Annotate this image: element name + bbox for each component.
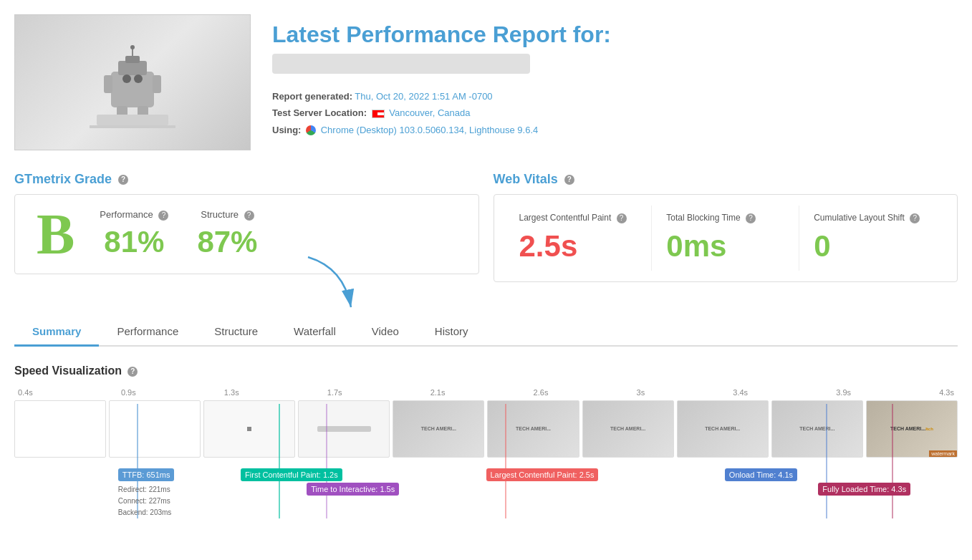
structure-label: Structure ? (197, 209, 257, 221)
flag-icon (372, 110, 385, 118)
gtmetrix-grade-title: GTmetrix Grade ? (14, 172, 479, 187)
generated-value: Thu, Oct 20, 2022 1:51 AM -0700 (355, 91, 492, 102)
ttfb-marker: TTFB: 651ms (118, 468, 175, 481)
performance-question[interactable]: ? (158, 211, 168, 221)
server-value: Vancouver, Canada (389, 107, 470, 118)
tab-structure[interactable]: Structure (196, 318, 276, 347)
vitals-box: Largest Contentful Paint ? 2.5s Total Bl… (494, 194, 958, 282)
svg-rect-6 (153, 75, 161, 93)
structure-metric: Structure ? 87% (197, 209, 257, 259)
onload-marker: Onload Time: 4.1s (725, 468, 797, 481)
speed-question[interactable]: ? (127, 367, 138, 377)
screenshot-frame-6: TECH AMERI... (487, 400, 579, 458)
gtmetrix-grade-card: GTmetrix Grade ? B Performance ? 81% (14, 172, 479, 282)
svg-point-3 (122, 74, 131, 83)
performance-label: Performance ? (100, 209, 168, 221)
svg-rect-11 (90, 125, 175, 128)
svg-rect-0 (111, 72, 154, 107)
tti-marker: Time to Interactive: 1.5s (307, 483, 399, 496)
markers-area: TTFB: 651ms Redirect: 221ms Connect: 227… (14, 468, 958, 522)
svg-rect-2 (125, 56, 140, 63)
report-meta: Report generated: Thu, Oct 20, 2022 1:51… (272, 88, 958, 138)
report-title: Latest Performance Report for: (272, 21, 958, 48)
screenshot-frame-8: TECH AMERI... (677, 400, 769, 458)
screenshot-frame-2 (109, 400, 201, 458)
web-vitals-question[interactable]: ? (564, 175, 574, 185)
fully-loaded-line (892, 404, 893, 518)
cls-label: Cumulative Layout Shift ? (814, 213, 932, 223)
arrow-svg (287, 254, 372, 318)
site-url-bar (272, 54, 530, 74)
screenshot-frame-3 (203, 400, 295, 458)
svg-point-10 (130, 45, 135, 49)
header-info: Latest Performance Report for: Report ge… (272, 14, 958, 138)
tab-history[interactable]: History (417, 318, 486, 347)
tab-video[interactable]: Video (354, 318, 417, 347)
chrome-icon (306, 125, 316, 135)
tabs-list: Summary Performance Structure Waterfall … (14, 318, 958, 345)
generated-label: Report generated: (272, 91, 352, 102)
screenshot-frame-10: TECH AMERI...Itch watermark (866, 400, 958, 458)
performance-value: 81% (100, 225, 168, 259)
cls-question[interactable]: ? (910, 213, 920, 223)
tbt-vital: Total Blocking Time ? 0ms (652, 206, 799, 271)
fcp-marker: First Contentful Paint: 1.2s (241, 468, 342, 481)
web-vitals-title: Web Vitals ? (494, 172, 958, 187)
grades-section: GTmetrix Grade ? B Performance ? 81% (14, 172, 958, 282)
structure-question[interactable]: ? (244, 211, 254, 221)
tabs-section: Summary Performance Structure Waterfall … (14, 318, 958, 347)
lcp-question[interactable]: ? (617, 213, 627, 223)
speed-section: Speed Visualization ? 0.4s 0.9s 1.3s 1.7… (14, 365, 958, 522)
speed-title: Speed Visualization ? (14, 365, 958, 377)
tbt-question[interactable]: ? (746, 213, 756, 223)
lcp-line (505, 404, 506, 518)
screenshots-row: TECH AMERI... TECH AMERI... TECH AMERI..… (14, 400, 958, 458)
onload-line (826, 404, 827, 518)
svg-point-4 (134, 74, 143, 83)
svg-rect-5 (104, 75, 112, 93)
svg-rect-12 (97, 115, 168, 125)
fcp-line (279, 404, 280, 518)
tab-summary[interactable]: Summary (14, 318, 99, 347)
using-label: Using: (272, 125, 301, 135)
cls-value: 0 (814, 229, 932, 264)
tbt-value: 0ms (666, 229, 784, 264)
tab-performance[interactable]: Performance (99, 318, 196, 347)
arrow-area (14, 296, 958, 318)
header-section: Latest Performance Report for: Report ge… (14, 14, 958, 150)
timeline-ruler: 0.4s 0.9s 1.3s 1.7s 2.1s 2.6s 3s 3.4s 3.… (14, 388, 958, 397)
structure-value: 87% (197, 225, 257, 259)
lcp-vital: Largest Contentful Paint ? 2.5s (505, 206, 653, 271)
fully-loaded-marker: Fully Loaded Time: 4.3s (818, 483, 910, 496)
tbt-label: Total Blocking Time ? (666, 213, 784, 223)
screenshot-frame-4 (298, 400, 390, 458)
grade-letter: B (26, 206, 85, 263)
using-value: Chrome (Desktop) 103.0.5060.134, Lightho… (321, 125, 539, 135)
web-vitals-card: Web Vitals ? Largest Contentful Paint ? … (494, 172, 958, 282)
robot-illustration (75, 29, 190, 136)
screenshot-frame-9: TECH AMERI... (771, 400, 863, 458)
cls-vital: Cumulative Layout Shift ? 0 (799, 206, 946, 271)
grade-box: B Performance ? 81% Structure ? (14, 194, 479, 274)
screenshot-frame-7: TECH AMERI... (582, 400, 674, 458)
tti-line (326, 404, 327, 518)
watermark: watermark (929, 450, 957, 457)
screenshot-frame-5: TECH AMERI... (393, 400, 484, 458)
server-label: Test Server Location: (272, 107, 367, 118)
screenshot-frame-1 (14, 400, 106, 458)
gtmetrix-grade-question[interactable]: ? (118, 175, 128, 185)
lcp-label: Largest Contentful Paint ? (519, 213, 637, 223)
tab-waterfall[interactable]: Waterfall (276, 318, 354, 347)
site-thumbnail (14, 14, 251, 150)
sub-markers: Redirect: 221ms Connect: 227ms Backend: … (118, 484, 172, 518)
lcp-marker: Largest Contentful Paint: 2.5s (486, 468, 599, 481)
performance-metric: Performance ? 81% (100, 209, 168, 259)
lcp-value: 2.5s (519, 229, 637, 264)
grade-metrics: Performance ? 81% Structure ? 87% (100, 209, 257, 259)
